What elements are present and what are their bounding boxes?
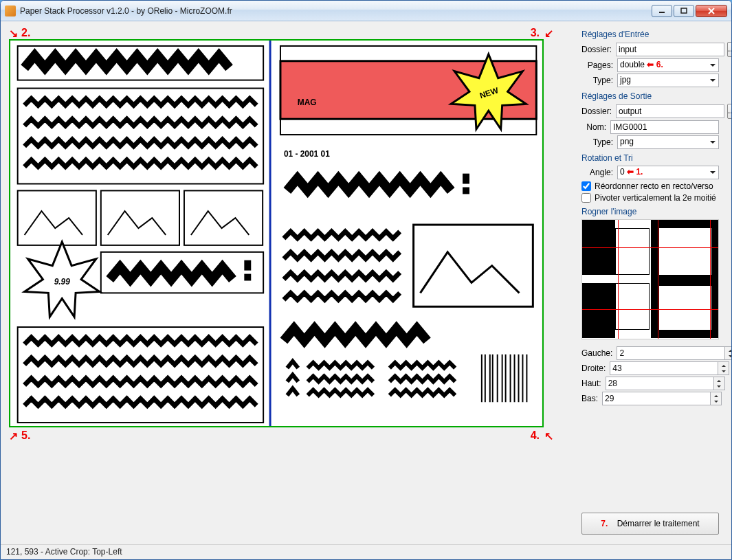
crop-right-spinner[interactable] <box>718 361 729 375</box>
side-panel: Réglages d'Entrée Dossier: ... Pages: do… <box>581 25 719 407</box>
input-folder-label: Dossier: <box>581 45 616 54</box>
input-type-select[interactable]: jpg <box>617 74 719 87</box>
angle-select[interactable]: 0 ⬅ 1. <box>617 166 719 179</box>
reorder-label: Réordonner recto en recto/verso <box>595 181 713 191</box>
output-type-select[interactable]: png <box>617 135 719 149</box>
titlebar: Paper Stack Processor v1.2.0 - by ORelio… <box>1 1 731 21</box>
angle-label: Angle: <box>581 168 617 177</box>
annotation-3: 3. <box>531 27 540 39</box>
crop-right-field[interactable] <box>610 361 718 375</box>
corner-arrow-br-icon: ↖ <box>544 429 553 443</box>
input-pages-select[interactable]: double ⬅ 6. <box>617 58 719 72</box>
annotation-5: 5. <box>21 429 30 442</box>
crop-top-field[interactable] <box>606 377 713 390</box>
output-folder-field[interactable] <box>616 104 724 118</box>
output-name-field[interactable] <box>610 120 719 134</box>
input-pages-value: double <box>620 60 645 69</box>
crop-bottom-field[interactable] <box>602 392 710 405</box>
start-button-label: Démarrer le traitement <box>617 519 700 528</box>
minimize-button[interactable] <box>652 5 672 17</box>
output-type-row: Type: png <box>581 135 719 149</box>
window-title: Paper Stack Processor v1.2.0 - by ORelio… <box>20 6 652 16</box>
svg-rect-23 <box>463 174 469 184</box>
crop-preview[interactable] <box>581 219 719 339</box>
client-area: ↘ 2. 3. ↙ ↗ 5. ↖ 4. <box>1 21 731 559</box>
annotation-7: 7. <box>601 519 608 528</box>
preview-image[interactable]: 9.99 MAG NEW 01 - 2001 01 <box>9 39 544 427</box>
svg-rect-12 <box>244 260 251 271</box>
output-folder-label: Dossier: <box>581 107 616 116</box>
app-window: Paper Stack Processor v1.2.0 - by ORelio… <box>0 0 732 560</box>
group-output-title: Réglages de Sortie <box>581 91 719 101</box>
svg-rect-1 <box>681 8 687 13</box>
input-folder-browse-button[interactable]: ... <box>727 42 732 57</box>
annotation-4: 4. <box>531 429 540 442</box>
crop-bottom-label: Bas: <box>581 394 602 403</box>
crop-left-spinner[interactable] <box>724 346 732 360</box>
flip-label: Pivoter verticalement la 2e moitié <box>595 193 716 203</box>
group-crop-title: Rogner l'image <box>581 207 719 216</box>
reorder-checkbox-row[interactable]: Réordonner recto en recto/verso <box>581 181 719 191</box>
output-folder-browse-button[interactable]: ... <box>727 104 732 119</box>
svg-text:01 - 2001 01: 01 - 2001 01 <box>284 149 330 159</box>
crop-top-spinner[interactable] <box>713 377 725 390</box>
output-type-label: Type: <box>581 137 617 147</box>
close-button[interactable] <box>696 5 727 17</box>
start-processing-button[interactable]: 7. Démarrer le traitement <box>581 513 719 535</box>
status-bar: 121, 593 - Active Crop: Top-Left <box>1 544 731 559</box>
crop-right-row: Droite: <box>581 361 719 375</box>
crop-left-row: Gauche: <box>581 346 719 360</box>
corner-arrow-tl-icon: ↘ <box>9 27 18 40</box>
svg-text:9.99: 9.99 <box>54 277 71 287</box>
svg-text:MAG: MAG <box>298 98 317 107</box>
maximize-button[interactable] <box>674 5 694 17</box>
reorder-checkbox[interactable] <box>581 181 591 191</box>
angle-row: Angle: 0 ⬅ 1. <box>581 166 719 179</box>
crop-left-label: Gauche: <box>581 348 617 358</box>
input-folder-field[interactable] <box>616 43 724 56</box>
input-folder-row: Dossier: ... <box>581 42 719 57</box>
crop-top-label: Haut: <box>581 379 606 388</box>
crop-bottom-spinner[interactable] <box>710 392 722 405</box>
crop-top-row: Haut: <box>581 377 719 390</box>
window-controls <box>652 5 727 17</box>
input-pages-row: Pages: double ⬅ 6. <box>581 58 719 72</box>
corner-arrow-tr-icon: ↙ <box>544 27 553 40</box>
crop-bottom-row: Bas: <box>581 392 719 405</box>
input-type-label: Type: <box>581 76 617 85</box>
left-arrow-icon: ⬅ <box>647 60 656 69</box>
output-folder-row: Dossier: ... <box>581 104 719 119</box>
app-icon <box>5 5 16 16</box>
preview-area: ↘ 2. 3. ↙ ↗ 5. ↖ 4. <box>6 27 556 460</box>
group-rotation-title: Rotation et Tri <box>581 153 719 163</box>
crop-right-label: Droite: <box>581 363 610 373</box>
output-name-label: Nom: <box>581 122 610 132</box>
angle-value: 0 <box>620 167 625 177</box>
svg-rect-24 <box>463 187 469 194</box>
crop-left-field[interactable] <box>617 346 724 360</box>
annotation-1: 1. <box>636 167 643 177</box>
flip-checkbox-row[interactable]: Pivoter verticalement la 2e moitié <box>581 193 719 203</box>
annotation-2: 2. <box>21 27 30 39</box>
annotation-6: 6. <box>656 60 663 69</box>
group-input-title: Réglages d'Entrée <box>581 30 719 39</box>
left-arrow-icon: ⬅ <box>627 167 636 177</box>
svg-rect-13 <box>244 274 251 281</box>
corner-arrow-bl-icon: ↗ <box>9 429 18 443</box>
output-name-row: Nom: <box>581 120 719 134</box>
flip-checkbox[interactable] <box>581 193 591 203</box>
input-type-row: Type: jpg <box>581 74 719 87</box>
input-pages-label: Pages: <box>581 60 617 70</box>
